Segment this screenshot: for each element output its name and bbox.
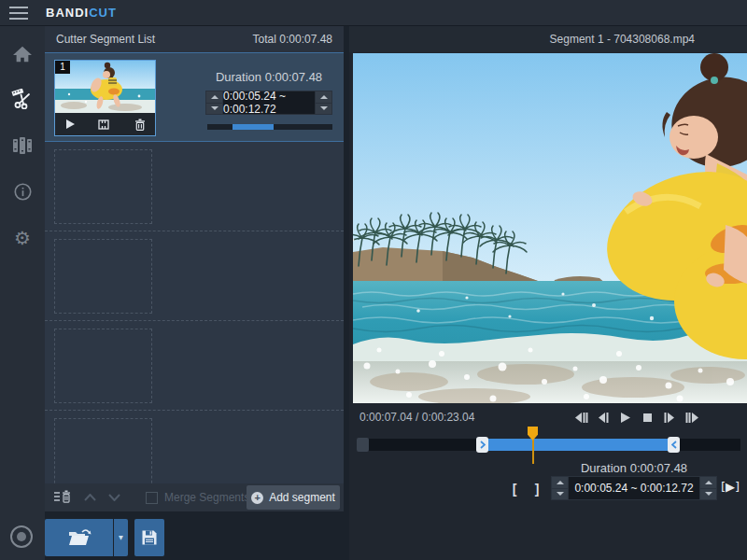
segment-thumbnail[interactable]: 1 [54,60,156,136]
play-selection-button[interactable]: [▶] [721,480,740,494]
segment-play-icon[interactable] [59,113,81,135]
logo-text-bandi: BANDI [46,6,89,20]
playback-controls: 0:00:07.04 / 0:00:23.04 [349,403,747,431]
thumbnail-placeholder [54,239,152,314]
player-start-down-icon[interactable] [552,489,568,500]
segment-start-up-icon[interactable] [206,91,222,103]
player-range-field[interactable]: 0:00:05.24 ~ 0:00:12.72 [569,477,699,499]
player-start-up-icon[interactable] [552,477,568,488]
video-preview[interactable] [353,53,747,403]
segment-details: Duration 0:00:07.48 0:00:05.24 ~ 0:00:12… [204,53,334,143]
logo-text-cut: CUT [89,6,117,20]
menu-icon[interactable] [9,7,30,21]
chevron-down-icon: ▼ [119,535,123,541]
segment-duration: Duration 0:00:07.48 [204,70,334,84]
merge-segments-checkbox[interactable] [146,492,158,504]
add-icon: + [251,492,263,504]
move-up-icon[interactable] [82,492,97,503]
segment-list-title: Cutter Segment List [56,33,155,46]
timeline [349,431,747,463]
segment-end-down-icon[interactable] [316,104,331,115]
segment-delete-icon[interactable] [129,113,151,135]
segment-index-badge: 1 [55,61,70,74]
segment-frames-icon[interactable] [92,113,115,135]
segment-range-bar-fill [233,124,274,130]
player-duration: Duration 0:00:07.48 [551,461,717,475]
set-start-button[interactable]: [ [506,479,523,499]
bandicut-window: BANDICUT ⚙ [0,0,747,560]
segment-list: 1 Duration 0:0 [45,52,344,483]
thumbnail-toolbar [55,113,155,135]
move-down-icon[interactable] [106,492,121,503]
segment-end-up-icon[interactable] [316,91,331,103]
timeline-selection[interactable] [483,439,674,451]
thumbnail-placeholder [54,149,152,224]
next-keyframe-icon[interactable] [684,408,701,427]
segment-end-spinner [316,91,331,114]
segment-start-down-icon[interactable] [206,104,222,115]
prev-frame-icon[interactable] [594,408,612,427]
open-dropdown-button[interactable]: ▼ [114,519,128,556]
segment-row-empty [45,321,344,411]
cut-scissors-icon[interactable] [11,88,34,110]
settings-gear-icon[interactable]: ⚙ [11,227,34,249]
playhead-line [532,440,534,464]
titlebar: BANDICUT [0,0,747,26]
segment-list-total: Total 0:00:07.48 [253,33,332,46]
segment-range-group: 0:00:05.24 ~ 0:00:12.72 [205,91,332,115]
timeline-thumb[interactable] [357,438,369,452]
app-logo: BANDICUT [46,0,117,26]
set-end-button[interactable]: ] [529,479,545,499]
player-title: Segment 1 - 704308068.mp4 [349,26,747,52]
segment-range-bar [207,124,332,130]
player-end-down-icon[interactable] [700,489,716,500]
home-icon[interactable] [11,43,34,65]
segment-row-empty [45,231,344,321]
playback-buttons [571,408,701,427]
delete-all-icon[interactable] [52,489,73,506]
segment-list-panel: Cutter Segment List Total 0:00:07.48 [45,26,344,511]
player-range-group: 0:00:05.24 ~ 0:00:12.72 [551,476,717,500]
thumbnail-placeholder [54,329,152,403]
play-icon[interactable] [616,408,634,427]
stop-icon[interactable] [639,408,656,427]
player-end-up-icon[interactable] [700,477,716,488]
time-display: 0:00:07.04 / 0:00:23.04 [359,411,474,424]
player-panel: Segment 1 - 704308068.mp4 [349,26,747,560]
save-button[interactable] [134,519,164,556]
segment-list-toolbar: Merge Segments + Add segment [45,483,344,511]
merge-segments-label: Merge Segments [164,491,249,504]
player-start-spinner [552,477,568,499]
segment-row-empty [45,411,344,483]
segment-list-header: Cutter Segment List Total 0:00:07.48 [45,26,344,52]
segment-range-field[interactable]: 0:00:05.24 ~ 0:00:12.72 [223,91,315,114]
segment-row-selected[interactable]: 1 Duration 0:0 [45,52,344,142]
add-segment-button[interactable]: + Add segment [247,485,340,510]
segment-start-spinner [206,91,222,114]
save-floppy-icon [141,529,158,546]
open-folder-icon [67,528,92,547]
info-icon[interactable] [11,180,34,203]
prev-keyframe-icon[interactable] [571,408,589,427]
segment-row-empty [45,142,344,231]
selection-start-handle[interactable] [476,437,488,453]
file-actions: ▼ [45,515,344,560]
add-segment-label: Add segment [269,491,335,504]
player-end-spinner [700,477,716,499]
open-file-button[interactable] [45,519,113,556]
join-clips-icon[interactable] [11,134,34,157]
record-icon[interactable] [10,525,33,548]
thumbnail-placeholder [54,418,152,483]
selection-end-handle[interactable] [668,437,680,453]
range-controls: [ ] 0:00:05.24 ~ 0:00:12.72 [▶] [349,476,747,502]
next-frame-icon[interactable] [661,408,679,427]
sidebar: ⚙ [0,26,45,560]
